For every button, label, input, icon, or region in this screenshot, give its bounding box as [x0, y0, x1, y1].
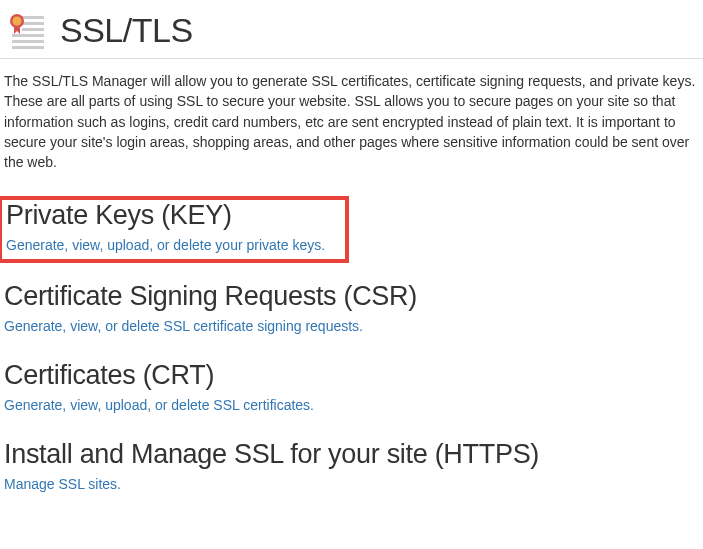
svg-rect-5: [12, 46, 44, 49]
svg-rect-2: [22, 28, 44, 31]
section-title-install: Install and Manage SSL for your site (HT…: [4, 439, 699, 470]
link-private-keys[interactable]: Generate, view, upload, or delete your p…: [6, 237, 325, 253]
page-title: SSL/TLS: [60, 11, 193, 50]
section-crt: Certificates (CRT) Generate, view, uploa…: [0, 356, 703, 421]
section-private-keys: Private Keys (KEY) Generate, view, uploa…: [0, 196, 349, 263]
svg-rect-0: [22, 16, 44, 19]
link-csr[interactable]: Generate, view, or delete SSL certificat…: [4, 318, 363, 334]
link-crt[interactable]: Generate, view, upload, or delete SSL ce…: [4, 397, 314, 413]
section-title-csr: Certificate Signing Requests (CSR): [4, 281, 699, 312]
link-install[interactable]: Manage SSL sites.: [4, 476, 121, 492]
svg-rect-1: [22, 22, 44, 25]
section-title-crt: Certificates (CRT): [4, 360, 699, 391]
svg-rect-3: [12, 34, 44, 37]
svg-rect-4: [12, 40, 44, 43]
section-title-key: Private Keys (KEY): [6, 200, 341, 231]
svg-point-7: [13, 17, 22, 26]
intro-text: The SSL/TLS Manager will allow you to ge…: [0, 71, 703, 172]
section-csr: Certificate Signing Requests (CSR) Gener…: [0, 277, 703, 342]
ssl-tls-icon: [8, 10, 48, 50]
section-install: Install and Manage SSL for your site (HT…: [0, 435, 703, 500]
page-header: SSL/TLS: [0, 0, 703, 59]
